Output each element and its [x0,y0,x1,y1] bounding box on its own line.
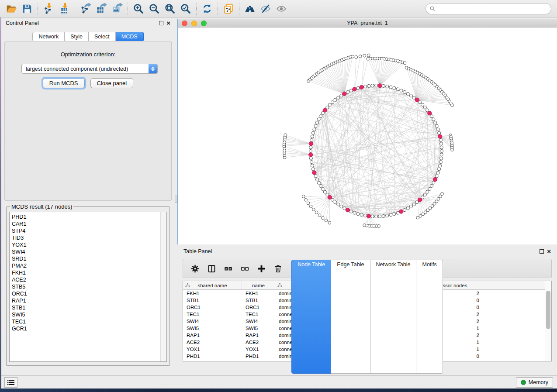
import-table-icon[interactable] [56,1,72,16]
mcds-result-node[interactable]: RAP1 [12,297,160,304]
close-panel-button[interactable]: Close panel [90,78,134,88]
zoom-in-icon [133,3,144,14]
zoom-selected-icon [180,3,191,14]
mcds-result-title: MCDS result (17 nodes) [10,203,73,210]
toolbar-separator [75,3,75,15]
clone-network-icon [223,3,234,14]
mcds-result-list[interactable]: PHD1CAR1STP4TID3YOX1SWI4SRD1PMA2FKH1ACE2… [10,212,160,361]
close-table-panel-icon[interactable]: × [547,249,551,254]
mcds-result-node[interactable]: PMA2 [12,262,160,269]
control-panel: Control Panel × NetworkStyleSelectMCDS O… [1,17,175,375]
tab-edge-table[interactable]: Edge Table [331,260,370,374]
optimization-dropdown[interactable]: largest connected component (undirected) [21,64,158,74]
mcds-result-node[interactable]: SRD1 [12,255,160,262]
network-graph-canvas[interactable] [178,28,557,244]
mcds-result-node[interactable]: SWI4 [12,248,160,255]
toolbar-separator [239,3,239,15]
table-tabs: Node TableEdge TableNetwork TableMotifs [177,260,557,374]
open-file-icon [6,3,17,14]
table-panel: Table Panel × f(x) shared namenameMCDS r… [177,245,557,375]
tab-network[interactable]: Network [32,32,65,41]
search-box[interactable] [426,3,551,14]
window-edge [0,17,1,389]
toolbar-separator [38,3,38,15]
mcds-result-node[interactable]: GCR1 [12,325,160,332]
refresh-layout-icon[interactable] [199,1,215,16]
export-table-icon[interactable] [93,1,109,16]
tab-mcds[interactable]: MCDS [116,32,144,41]
toolbar-separator [218,3,218,15]
status-bar: Memory [0,375,557,389]
close-panel-icon[interactable]: × [166,21,170,25]
mcds-result-node[interactable]: STP4 [12,227,160,234]
table-panel-title: Table Panel [183,248,212,254]
mcds-list-scrollbar[interactable] [160,212,166,361]
memory-label: Memory [529,379,548,385]
clone-network-icon[interactable] [221,1,236,16]
search-binoculars-icon [244,3,256,14]
save-icon[interactable] [19,1,35,16]
mcds-result-node[interactable]: SWI5 [12,311,160,318]
control-panel-tabs: NetworkStyleSelectMCDS [1,32,175,41]
memory-button[interactable]: Memory [516,377,553,388]
zoom-in-icon[interactable] [131,1,146,16]
control-panel-header: Control Panel × [1,17,175,29]
list-icon [7,379,14,385]
zoom-fit-icon[interactable] [162,1,178,16]
search-input[interactable] [438,6,547,12]
show-graphics-details-icon [276,3,287,14]
mcds-result-node[interactable]: STB5 [12,283,160,290]
mcds-result-node[interactable]: CAR1 [12,220,160,227]
search-binoculars-icon[interactable] [242,1,258,16]
optimization-value: largest connected component (undirected) [22,66,149,72]
mcds-result-node[interactable]: FKH1 [12,269,160,276]
memory-status-icon [521,380,526,385]
zoom-out-icon [149,3,160,14]
desktop-background: Control Panel × NetworkStyleSelectMCDS O… [0,0,557,392]
control-panel-title: Control Panel [6,20,39,26]
tab-style[interactable]: Style [65,32,89,41]
tab-motifs[interactable]: Motifs [416,260,443,374]
app-window: Control Panel × NetworkStyleSelectMCDS O… [0,0,557,389]
mcds-tab-content: Optimization criterion: largest connecte… [4,41,172,201]
network-window-title: YPA_prune.txt_1 [178,20,557,26]
run-mcds-button[interactable]: Run MCDS [43,78,85,88]
mcds-result-node[interactable]: YOX1 [12,241,160,248]
toolbar-separator [128,3,128,15]
hide-graphics-details-icon[interactable] [258,1,273,16]
mcds-result-node[interactable]: STB1 [12,304,160,311]
mcds-result-node[interactable]: ORC1 [12,290,160,297]
chevron-updown-icon [149,64,157,73]
toolbar-separator [196,3,197,15]
export-image-icon[interactable] [109,1,125,16]
open-file-icon[interactable] [3,1,19,16]
mcds-result-node[interactable]: PHD1 [12,213,160,220]
network-view-window: YPA_prune.txt_1 [177,19,557,244]
export-table-icon [96,3,107,14]
import-network-icon [43,3,54,14]
zoom-selected-icon[interactable] [178,1,194,16]
zoom-out-icon[interactable] [146,1,162,16]
show-graphics-details-icon[interactable] [273,1,289,16]
float-panel-icon[interactable] [159,21,163,25]
import-network-icon[interactable] [41,1,56,16]
export-image-icon [111,3,123,14]
tab-node-table[interactable]: Node Table [291,260,331,374]
mcds-result-node[interactable]: ACE2 [12,276,160,283]
task-history-button[interactable] [4,377,17,388]
search-icon [429,6,436,12]
mcds-result-node[interactable]: TEC1 [12,318,160,325]
float-table-panel-icon[interactable] [540,249,544,254]
export-network-icon [80,3,91,14]
mcds-result-group: MCDS result (17 nodes) PHD1CAR1STP4TID3Y… [6,203,170,366]
mcds-result-node[interactable]: TID3 [12,234,160,241]
network-window-titlebar[interactable]: YPA_prune.txt_1 [178,19,557,28]
zoom-fit-icon [164,3,176,14]
refresh-layout-icon [201,3,213,14]
optimization-label: Optimization criterion: [5,51,171,58]
import-table-icon [59,3,70,14]
export-network-icon[interactable] [78,1,93,16]
hide-graphics-details-icon [260,3,271,14]
tab-network-table[interactable]: Network Table [370,260,417,374]
tab-select[interactable]: Select [89,32,116,41]
